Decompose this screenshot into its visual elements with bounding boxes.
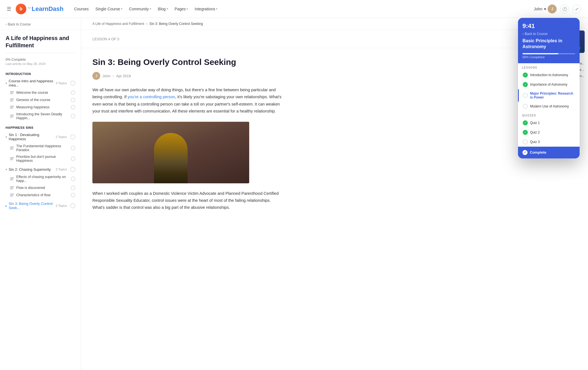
mobile-lesson-intro[interactable]: ✓ Introduction to Astronomy	[518, 70, 580, 80]
lesson-group-sin1: ▾ Sin 1 : Devaluating Happiness 2 Topics…	[0, 131, 81, 164]
lesson-icon	[10, 115, 14, 118]
lesson-characteristics-flow[interactable]: Characteristics of flow	[0, 191, 81, 199]
article-body: We all have our own particular way of do…	[92, 86, 283, 211]
section-happiness-sins: HAPPINESS SINS	[0, 123, 81, 131]
nav-single-course[interactable]: Single Course ▾	[93, 5, 125, 13]
lesson-icon	[10, 186, 14, 189]
completion-circle	[70, 167, 75, 172]
lesson-icon	[10, 147, 14, 149]
chevron-down-icon: ▾	[544, 7, 546, 11]
author-name: John	[102, 74, 110, 78]
hamburger-icon[interactable]: ☰	[7, 6, 11, 12]
mobile-time: 9:41	[522, 22, 575, 30]
breadcrumb-separator: »	[146, 22, 148, 26]
completion-circle	[71, 156, 75, 161]
back-arrow-icon: ‹	[6, 23, 7, 26]
logo-for: for	[28, 6, 31, 9]
avatar: J	[548, 4, 557, 13]
mobile-course-title: Basic Principles in Astronomy	[522, 38, 575, 50]
top-navigation: ☰ b for LearnDash Courses Single Course …	[0, 0, 588, 18]
chevron-right-icon: ▸	[6, 204, 7, 207]
mobile-panel-body: LESSONS ✓ Introduction to Astronomy ✓ Im…	[518, 63, 580, 147]
chevron-down-icon: ▾	[167, 7, 168, 10]
mobile-quiz-2[interactable]: ✓ Quiz 2	[518, 128, 580, 137]
breadcrumb-parent[interactable]: A Life of Happiness and Fulfillment	[92, 22, 144, 26]
check-icon: ✓	[522, 150, 528, 155]
nav-community[interactable]: Community ▾	[126, 5, 154, 13]
lesson-measuring[interactable]: Measuring happiness	[0, 104, 81, 111]
lesson-header: LESSON 4 OF 5 In Progress ‹ ›	[81, 30, 588, 48]
mobile-lesson-major-principles[interactable]: Major Principles: Research is Power	[518, 89, 580, 102]
empty-circle-icon	[523, 93, 528, 98]
nav-courses[interactable]: Courses	[71, 5, 92, 13]
completion-circle	[70, 203, 75, 208]
group-header-sin3[interactable]: ▸ Sin 3: Being Overly Control Seek... 2 …	[0, 200, 81, 212]
completion-circle	[71, 193, 75, 197]
completion-circle	[70, 134, 75, 139]
lesson-icon	[10, 99, 14, 101]
group-header-sin2[interactable]: ▾ Sin 2: Chasing Superiority 3 Topics	[0, 165, 81, 174]
mobile-quiz-3[interactable]: Quiz 3	[518, 137, 580, 147]
nav-blog[interactable]: Blog ▾	[155, 5, 171, 13]
lesson-group-sin3: ▸ Sin 3: Being Overly Control Seek... 2 …	[0, 200, 81, 212]
lesson-flow-discovered[interactable]: Flow is discovered	[0, 184, 81, 191]
course-sidebar: ‹ Back to Course A Life of Happiness and…	[0, 18, 81, 370]
back-arrow-icon: ‹	[522, 32, 524, 36]
group-header-intro[interactable]: ▾ Course intro and happiness mea... 4 To…	[0, 77, 81, 89]
chevron-down-icon: ▾	[121, 7, 122, 10]
article-title: Sin 3: Being Overly Control Seeking	[92, 57, 283, 67]
check-icon: ✓	[523, 130, 528, 135]
empty-circle-icon	[523, 104, 528, 109]
chevron-down-icon: ▾	[6, 168, 7, 171]
lesson-group-intro: ▾ Course intro and happiness mea... 4 To…	[0, 77, 81, 121]
nav-integrations[interactable]: Integrations ▾	[192, 5, 220, 13]
breadcrumb-current: Sin 3: Being Overly Control Seeking	[149, 22, 203, 26]
nav-pages[interactable]: Pages ▾	[172, 5, 191, 13]
sidebar-course-title: A Life of Happiness and Fulfillment	[0, 30, 81, 51]
logo-text: LearnDash	[32, 5, 64, 12]
lesson-fundamental-paradox[interactable]: The Fundamental Happiness Paradox	[0, 143, 81, 153]
lesson-icon	[10, 177, 14, 180]
mobile-quiz-1[interactable]: ✓ Quiz 1	[518, 118, 580, 128]
completion-circle	[71, 114, 75, 118]
completion-circle	[71, 90, 75, 95]
clock-icon[interactable]: 🕐	[560, 4, 569, 13]
mobile-course-panel: 9:41 ‹ Back to Course Basic Principles i…	[518, 18, 580, 158]
completion-circle	[70, 81, 75, 86]
lesson-welcome[interactable]: Welcome the course	[0, 89, 81, 96]
article-date: Apr 2019	[116, 74, 131, 78]
author-avatar: J	[92, 72, 100, 80]
chevron-down-icon: ▾	[6, 82, 7, 85]
lesson-prioritize[interactable]: Prioritize but don't pursue Happiness	[0, 153, 81, 164]
lesson-chasing-superiority[interactable]: Effects of chasing superiority on happ..…	[0, 174, 81, 184]
completion-circle	[71, 98, 75, 102]
user-menu[interactable]: John ▾ J	[534, 4, 557, 13]
controlling-person-link[interactable]: you're a controlling person	[128, 95, 175, 99]
mobile-lesson-modern-use[interactable]: Modern Use of Astronomy	[518, 102, 580, 111]
mobile-progress-fill	[522, 53, 558, 54]
expand-icon[interactable]: ⤢	[572, 4, 581, 13]
check-icon: ✓	[523, 72, 528, 78]
image-person	[154, 133, 188, 183]
back-to-course[interactable]: ‹ Back to Course	[0, 18, 81, 30]
chevron-down-icon: ▾	[150, 7, 151, 10]
logo[interactable]: b for LearnDash	[16, 4, 64, 14]
complete-button[interactable]: ✓ Complete	[518, 147, 580, 158]
quizzes-section-label: QUIZZES	[518, 111, 580, 118]
lesson-introducing[interactable]: Introducing the Seven Deadly Happin...	[0, 111, 81, 121]
lesson-genesis[interactable]: Genesis of the course	[0, 96, 81, 104]
section-introduction: Introduction	[0, 69, 81, 77]
chevron-down-icon: ▾	[6, 135, 7, 139]
mobile-progress-bar	[522, 53, 575, 54]
check-icon: ✓	[523, 82, 528, 87]
completion-circle	[71, 186, 75, 190]
main-content: A Life of Happiness and Fulfillment » Si…	[81, 18, 588, 370]
lesson-group-sin2: ▾ Sin 2: Chasing Superiority 3 Topics Ef…	[0, 165, 81, 199]
mobile-panel-header: 9:41 ‹ Back to Course Basic Principles i…	[518, 18, 580, 63]
breadcrumb: A Life of Happiness and Fulfillment » Si…	[81, 18, 588, 30]
group-header-sin1[interactable]: ▾ Sin 1 : Devaluating Happiness 2 Topics	[0, 131, 81, 143]
mobile-lesson-importance[interactable]: ✓ Importance of Astronomy	[518, 80, 580, 89]
lesson-icon	[10, 91, 14, 94]
mobile-back-to-course[interactable]: ‹ Back to Course	[522, 32, 575, 36]
chevron-down-icon: ▾	[186, 7, 188, 10]
